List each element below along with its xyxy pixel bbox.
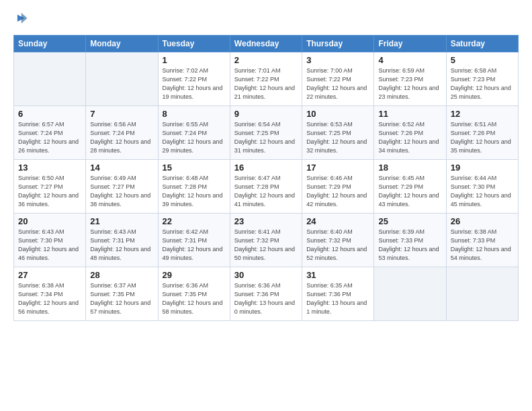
day-info: Sunrise: 6:52 AMSunset: 7:26 PMDaylight:… — [378, 120, 441, 155]
day-number: 26 — [451, 216, 514, 226]
calendar-cell: 8Sunrise: 6:55 AMSunset: 7:24 PMDaylight… — [158, 106, 230, 160]
day-number: 16 — [234, 163, 298, 173]
calendar-cell: 1Sunrise: 7:02 AMSunset: 7:22 PMDaylight… — [158, 52, 230, 106]
day-info: Sunrise: 6:47 AMSunset: 7:28 PMDaylight:… — [234, 174, 298, 209]
week-row-1: 1Sunrise: 7:02 AMSunset: 7:22 PMDaylight… — [14, 52, 519, 106]
calendar-cell — [374, 267, 446, 321]
day-number: 31 — [306, 270, 369, 280]
calendar-cell: 21Sunrise: 6:43 AMSunset: 7:31 PMDayligh… — [86, 214, 158, 267]
day-info: Sunrise: 6:39 AMSunset: 7:33 PMDaylight:… — [378, 228, 441, 263]
day-number: 8 — [163, 109, 226, 119]
day-info: Sunrise: 6:56 AMSunset: 7:24 PMDaylight:… — [90, 120, 153, 155]
day-number: 19 — [451, 163, 514, 173]
calendar-cell: 12Sunrise: 6:51 AMSunset: 7:26 PMDayligh… — [446, 106, 518, 160]
page: SundayMondayTuesdayWednesdayThursdayFrid… — [0, 0, 532, 411]
weekday-header-tuesday: Tuesday — [158, 36, 230, 52]
weekday-header-thursday: Thursday — [302, 36, 374, 52]
week-row-3: 13Sunrise: 6:50 AMSunset: 7:27 PMDayligh… — [14, 160, 519, 214]
day-number: 18 — [378, 163, 441, 173]
calendar-cell: 25Sunrise: 6:39 AMSunset: 7:33 PMDayligh… — [374, 214, 446, 267]
calendar-cell — [14, 52, 86, 106]
calendar-cell: 15Sunrise: 6:48 AMSunset: 7:28 PMDayligh… — [158, 160, 230, 214]
day-number: 11 — [378, 109, 441, 119]
weekday-header-monday: Monday — [86, 36, 158, 52]
logo-icon — [13, 11, 28, 28]
day-info: Sunrise: 6:38 AMSunset: 7:34 PMDaylight:… — [18, 281, 81, 316]
day-number: 27 — [18, 270, 81, 280]
day-info: Sunrise: 7:01 AMSunset: 7:22 PMDaylight:… — [234, 66, 298, 101]
calendar-cell: 4Sunrise: 6:59 AMSunset: 7:23 PMDaylight… — [374, 52, 446, 106]
day-number: 30 — [234, 270, 298, 280]
day-info: Sunrise: 6:50 AMSunset: 7:27 PMDaylight:… — [18, 174, 81, 209]
calendar-cell — [446, 267, 518, 321]
day-info: Sunrise: 6:45 AMSunset: 7:29 PMDaylight:… — [378, 174, 441, 209]
calendar-cell: 17Sunrise: 6:46 AMSunset: 7:29 PMDayligh… — [302, 160, 374, 214]
logo — [13, 11, 31, 28]
calendar-cell: 29Sunrise: 6:36 AMSunset: 7:35 PMDayligh… — [158, 267, 230, 321]
calendar-cell: 30Sunrise: 6:36 AMSunset: 7:36 PMDayligh… — [230, 267, 302, 321]
day-info: Sunrise: 6:54 AMSunset: 7:25 PMDaylight:… — [234, 120, 298, 155]
day-info: Sunrise: 6:51 AMSunset: 7:26 PMDaylight:… — [451, 120, 514, 155]
day-info: Sunrise: 6:42 AMSunset: 7:31 PMDaylight:… — [163, 228, 226, 263]
day-info: Sunrise: 6:37 AMSunset: 7:35 PMDaylight:… — [90, 281, 153, 316]
calendar-cell: 13Sunrise: 6:50 AMSunset: 7:27 PMDayligh… — [14, 160, 86, 214]
calendar-cell: 19Sunrise: 6:44 AMSunset: 7:30 PMDayligh… — [446, 160, 518, 214]
day-number: 12 — [451, 109, 514, 119]
weekday-header-wednesday: Wednesday — [230, 36, 302, 52]
day-number: 3 — [306, 55, 369, 65]
day-info: Sunrise: 6:36 AMSunset: 7:36 PMDaylight:… — [234, 281, 298, 316]
day-number: 5 — [451, 55, 514, 65]
weekday-header-sunday: Sunday — [14, 36, 86, 52]
day-number: 10 — [306, 109, 369, 119]
calendar-cell: 5Sunrise: 6:58 AMSunset: 7:23 PMDaylight… — [446, 52, 518, 106]
day-info: Sunrise: 6:36 AMSunset: 7:35 PMDaylight:… — [163, 281, 226, 316]
day-info: Sunrise: 6:57 AMSunset: 7:24 PMDaylight:… — [18, 120, 81, 155]
day-number: 22 — [163, 216, 226, 226]
calendar-cell: 27Sunrise: 6:38 AMSunset: 7:34 PMDayligh… — [14, 267, 86, 321]
day-number: 25 — [378, 216, 441, 226]
week-row-5: 27Sunrise: 6:38 AMSunset: 7:34 PMDayligh… — [14, 267, 519, 321]
calendar-cell: 11Sunrise: 6:52 AMSunset: 7:26 PMDayligh… — [374, 106, 446, 160]
day-info: Sunrise: 6:38 AMSunset: 7:33 PMDaylight:… — [451, 228, 514, 263]
day-number: 23 — [234, 216, 298, 226]
calendar-cell: 14Sunrise: 6:49 AMSunset: 7:27 PMDayligh… — [86, 160, 158, 214]
day-info: Sunrise: 7:00 AMSunset: 7:22 PMDaylight:… — [306, 66, 369, 101]
calendar-cell — [86, 52, 158, 106]
day-number: 21 — [90, 216, 153, 226]
week-row-2: 6Sunrise: 6:57 AMSunset: 7:24 PMDaylight… — [14, 106, 519, 160]
day-number: 24 — [306, 216, 369, 226]
calendar-cell: 16Sunrise: 6:47 AMSunset: 7:28 PMDayligh… — [230, 160, 302, 214]
day-info: Sunrise: 6:49 AMSunset: 7:27 PMDaylight:… — [90, 174, 153, 209]
calendar-cell: 23Sunrise: 6:41 AMSunset: 7:32 PMDayligh… — [230, 214, 302, 267]
day-info: Sunrise: 7:02 AMSunset: 7:22 PMDaylight:… — [163, 66, 226, 101]
calendar-cell: 18Sunrise: 6:45 AMSunset: 7:29 PMDayligh… — [374, 160, 446, 214]
day-info: Sunrise: 6:55 AMSunset: 7:24 PMDaylight:… — [163, 120, 226, 155]
day-info: Sunrise: 6:48 AMSunset: 7:28 PMDaylight:… — [163, 174, 226, 209]
calendar-cell: 6Sunrise: 6:57 AMSunset: 7:24 PMDaylight… — [14, 106, 86, 160]
day-number: 17 — [306, 163, 369, 173]
calendar-table: SundayMondayTuesdayWednesdayThursdayFrid… — [13, 35, 519, 321]
calendar-cell: 24Sunrise: 6:40 AMSunset: 7:32 PMDayligh… — [302, 214, 374, 267]
svg-marker-1 — [21, 13, 28, 24]
day-number: 15 — [163, 163, 226, 173]
day-number: 4 — [378, 55, 441, 65]
calendar-cell: 9Sunrise: 6:54 AMSunset: 7:25 PMDaylight… — [230, 106, 302, 160]
day-info: Sunrise: 6:43 AMSunset: 7:30 PMDaylight:… — [18, 228, 81, 263]
day-number: 13 — [18, 163, 81, 173]
calendar-cell: 28Sunrise: 6:37 AMSunset: 7:35 PMDayligh… — [86, 267, 158, 321]
calendar-cell: 7Sunrise: 6:56 AMSunset: 7:24 PMDaylight… — [86, 106, 158, 160]
weekday-header-saturday: Saturday — [446, 36, 518, 52]
day-info: Sunrise: 6:41 AMSunset: 7:32 PMDaylight:… — [234, 228, 298, 263]
day-info: Sunrise: 6:40 AMSunset: 7:32 PMDaylight:… — [306, 228, 369, 263]
weekday-header-friday: Friday — [374, 36, 446, 52]
calendar-cell: 20Sunrise: 6:43 AMSunset: 7:30 PMDayligh… — [14, 214, 86, 267]
day-number: 1 — [163, 55, 226, 65]
day-info: Sunrise: 6:35 AMSunset: 7:36 PMDaylight:… — [306, 281, 369, 316]
calendar-cell: 22Sunrise: 6:42 AMSunset: 7:31 PMDayligh… — [158, 214, 230, 267]
day-number: 6 — [18, 109, 81, 119]
day-info: Sunrise: 6:46 AMSunset: 7:29 PMDaylight:… — [306, 174, 369, 209]
calendar-cell: 2Sunrise: 7:01 AMSunset: 7:22 PMDaylight… — [230, 52, 302, 106]
day-number: 7 — [90, 109, 153, 119]
day-info: Sunrise: 6:59 AMSunset: 7:23 PMDaylight:… — [378, 66, 441, 101]
header — [13, 11, 519, 28]
